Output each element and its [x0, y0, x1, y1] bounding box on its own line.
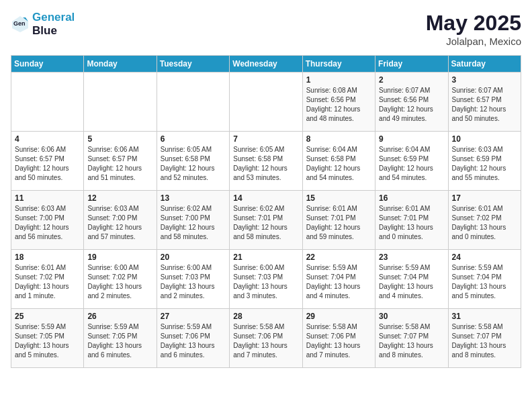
calendar-cell: 8Sunrise: 6:04 AM Sunset: 6:58 PM Daylig…: [302, 132, 375, 191]
day-number: 22: [306, 253, 371, 262]
day-info: Sunrise: 5:59 AM Sunset: 7:06 PM Dayligh…: [161, 322, 226, 360]
weekday-header: Friday: [375, 56, 448, 73]
page-subtitle: Jolalpan, Mexico: [426, 36, 521, 47]
day-info: Sunrise: 5:59 AM Sunset: 7:05 PM Dayligh…: [15, 322, 80, 360]
calendar-cell: 2Sunrise: 6:07 AM Sunset: 6:56 PM Daylig…: [375, 73, 448, 132]
day-info: Sunrise: 5:59 AM Sunset: 7:04 PM Dayligh…: [452, 263, 517, 301]
calendar-cell: 14Sunrise: 6:02 AM Sunset: 7:01 PM Dayli…: [230, 191, 302, 250]
day-info: Sunrise: 5:59 AM Sunset: 7:05 PM Dayligh…: [87, 322, 152, 360]
day-number: 20: [161, 253, 226, 262]
day-info: Sunrise: 5:58 AM Sunset: 7:06 PM Dayligh…: [233, 322, 298, 360]
calendar-cell: 5Sunrise: 6:06 AM Sunset: 6:57 PM Daylig…: [84, 132, 157, 191]
day-number: 28: [233, 312, 298, 321]
calendar-cell: 7Sunrise: 6:05 AM Sunset: 6:58 PM Daylig…: [230, 132, 302, 191]
calendar-cell: 3Sunrise: 6:07 AM Sunset: 6:57 PM Daylig…: [448, 73, 521, 132]
day-number: 17: [452, 193, 517, 203]
day-info: Sunrise: 6:02 AM Sunset: 7:01 PM Dayligh…: [233, 204, 298, 242]
calendar-cell: 12Sunrise: 6:03 AM Sunset: 7:00 PM Dayli…: [84, 191, 157, 250]
day-number: 29: [306, 312, 371, 321]
day-info: Sunrise: 6:00 AM Sunset: 7:03 PM Dayligh…: [233, 263, 298, 301]
day-info: Sunrise: 5:58 AM Sunset: 7:06 PM Dayligh…: [306, 322, 371, 360]
weekday-header: Thursday: [302, 56, 375, 73]
calendar-cell: 24Sunrise: 5:59 AM Sunset: 7:04 PM Dayli…: [448, 250, 521, 309]
calendar-cell: 25Sunrise: 5:59 AM Sunset: 7:05 PM Dayli…: [11, 309, 84, 368]
calendar-header-row: SundayMondayTuesdayWednesdayThursdayFrid…: [11, 56, 521, 73]
calendar-week-row: 11Sunrise: 6:03 AM Sunset: 7:00 PM Dayli…: [11, 191, 521, 250]
page-title: May 2025: [426, 11, 521, 36]
weekday-header: Tuesday: [157, 56, 229, 73]
svg-text:Gen: Gen: [13, 20, 26, 27]
day-info: Sunrise: 6:01 AM Sunset: 7:01 PM Dayligh…: [379, 204, 444, 242]
logo: Gen General Blue: [11, 11, 75, 37]
day-number: 19: [87, 253, 152, 262]
day-info: Sunrise: 6:04 AM Sunset: 6:59 PM Dayligh…: [379, 145, 444, 183]
day-number: 14: [233, 193, 298, 203]
day-info: Sunrise: 6:01 AM Sunset: 7:01 PM Dayligh…: [306, 204, 371, 242]
calendar-table: SundayMondayTuesdayWednesdayThursdayFrid…: [11, 55, 521, 368]
day-number: 13: [161, 193, 226, 203]
day-number: 31: [452, 312, 517, 321]
calendar-cell: 6Sunrise: 6:05 AM Sunset: 6:58 PM Daylig…: [157, 132, 229, 191]
day-number: 9: [379, 134, 444, 144]
calendar-week-row: 25Sunrise: 5:59 AM Sunset: 7:05 PM Dayli…: [11, 309, 521, 368]
day-number: 5: [87, 134, 152, 144]
weekday-header: Wednesday: [230, 56, 302, 73]
day-number: 30: [379, 312, 444, 321]
day-number: 23: [379, 253, 444, 262]
day-info: Sunrise: 6:03 AM Sunset: 6:59 PM Dayligh…: [452, 145, 517, 183]
day-number: 26: [87, 312, 152, 321]
day-number: 6: [161, 134, 226, 144]
calendar-cell: 10Sunrise: 6:03 AM Sunset: 6:59 PM Dayli…: [448, 132, 521, 191]
calendar-week-row: 1Sunrise: 6:08 AM Sunset: 6:56 PM Daylig…: [11, 73, 521, 132]
calendar-cell: 13Sunrise: 6:02 AM Sunset: 7:00 PM Dayli…: [157, 191, 229, 250]
calendar-cell: 30Sunrise: 5:58 AM Sunset: 7:07 PM Dayli…: [375, 309, 448, 368]
calendar-cell: 11Sunrise: 6:03 AM Sunset: 7:00 PM Dayli…: [11, 191, 84, 250]
logo-icon: Gen: [11, 15, 30, 34]
calendar-cell: [84, 73, 157, 132]
day-number: 10: [452, 134, 517, 144]
day-info: Sunrise: 6:07 AM Sunset: 6:56 PM Dayligh…: [379, 86, 444, 124]
day-info: Sunrise: 6:08 AM Sunset: 6:56 PM Dayligh…: [306, 86, 371, 124]
day-number: 12: [87, 193, 152, 203]
calendar-cell: 17Sunrise: 6:01 AM Sunset: 7:02 PM Dayli…: [448, 191, 521, 250]
calendar-cell: 29Sunrise: 5:58 AM Sunset: 7:06 PM Dayli…: [302, 309, 375, 368]
day-info: Sunrise: 6:05 AM Sunset: 6:58 PM Dayligh…: [161, 145, 226, 183]
weekday-header: Monday: [84, 56, 157, 73]
day-info: Sunrise: 5:58 AM Sunset: 7:07 PM Dayligh…: [452, 322, 517, 360]
calendar-cell: 31Sunrise: 5:58 AM Sunset: 7:07 PM Dayli…: [448, 309, 521, 368]
calendar-cell: [157, 73, 229, 132]
day-info: Sunrise: 6:04 AM Sunset: 6:58 PM Dayligh…: [306, 145, 371, 183]
weekday-header: Sunday: [11, 56, 84, 73]
day-number: 16: [379, 193, 444, 203]
logo-text: General Blue: [32, 11, 75, 37]
calendar-cell: 19Sunrise: 6:00 AM Sunset: 7:02 PM Dayli…: [84, 250, 157, 309]
calendar-cell: 18Sunrise: 6:01 AM Sunset: 7:02 PM Dayli…: [11, 250, 84, 309]
calendar-cell: 22Sunrise: 5:59 AM Sunset: 7:04 PM Dayli…: [302, 250, 375, 309]
day-info: Sunrise: 6:03 AM Sunset: 7:00 PM Dayligh…: [15, 204, 80, 242]
day-number: 18: [15, 253, 80, 262]
calendar-cell: 21Sunrise: 6:00 AM Sunset: 7:03 PM Dayli…: [230, 250, 302, 309]
day-number: 11: [15, 193, 80, 203]
calendar-cell: 27Sunrise: 5:59 AM Sunset: 7:06 PM Dayli…: [157, 309, 229, 368]
day-number: 21: [233, 253, 298, 262]
day-info: Sunrise: 6:02 AM Sunset: 7:00 PM Dayligh…: [161, 204, 226, 242]
day-info: Sunrise: 6:07 AM Sunset: 6:57 PM Dayligh…: [452, 86, 517, 124]
day-number: 27: [161, 312, 226, 321]
calendar-week-row: 4Sunrise: 6:06 AM Sunset: 6:57 PM Daylig…: [11, 132, 521, 191]
day-info: Sunrise: 6:03 AM Sunset: 7:00 PM Dayligh…: [87, 204, 152, 242]
day-number: 15: [306, 193, 371, 203]
day-info: Sunrise: 6:00 AM Sunset: 7:03 PM Dayligh…: [161, 263, 226, 301]
page-header: Gen General Blue May 2025 Jolalpan, Mexi…: [11, 11, 521, 47]
day-info: Sunrise: 6:00 AM Sunset: 7:02 PM Dayligh…: [87, 263, 152, 301]
calendar-week-row: 18Sunrise: 6:01 AM Sunset: 7:02 PM Dayli…: [11, 250, 521, 309]
day-number: 1: [306, 75, 371, 85]
day-number: 24: [452, 253, 517, 262]
day-number: 7: [233, 134, 298, 144]
weekday-header: Saturday: [448, 56, 521, 73]
day-info: Sunrise: 6:06 AM Sunset: 6:57 PM Dayligh…: [87, 145, 152, 183]
calendar-cell: 28Sunrise: 5:58 AM Sunset: 7:06 PM Dayli…: [230, 309, 302, 368]
title-block: May 2025 Jolalpan, Mexico: [426, 11, 521, 47]
calendar-cell: 26Sunrise: 5:59 AM Sunset: 7:05 PM Dayli…: [84, 309, 157, 368]
day-info: Sunrise: 6:01 AM Sunset: 7:02 PM Dayligh…: [452, 204, 517, 242]
day-info: Sunrise: 5:59 AM Sunset: 7:04 PM Dayligh…: [379, 263, 444, 301]
